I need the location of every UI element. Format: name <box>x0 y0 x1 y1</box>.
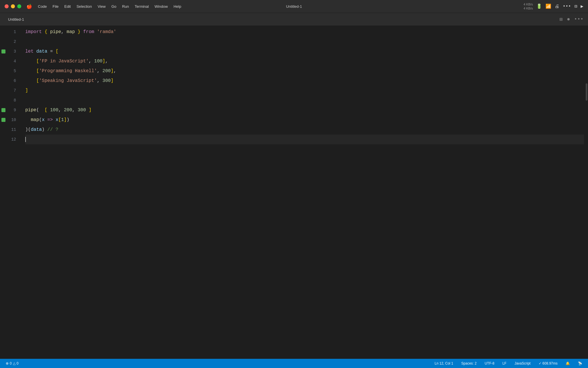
titlebar-left: 🍎 Code File Edit Selection View Go Run T… <box>5 3 198 10</box>
eol-text: LF <box>502 361 506 365</box>
error-count: 0 <box>10 361 12 365</box>
line-number-9: 9 <box>7 108 21 112</box>
airdrop-icon: 🖨 <box>555 4 559 9</box>
bell-icon: 🔔 <box>566 361 570 365</box>
code-line-5: ['Programming Haskell', 200], <box>25 66 584 76</box>
apple-menu[interactable]: 🍎 <box>24 3 34 10</box>
code-line-11: )(data) // ? <box>25 125 584 135</box>
menu-go[interactable]: Go <box>109 4 119 9</box>
line-number-8: 8 <box>7 98 21 103</box>
line-number-6: 6 <box>7 78 21 83</box>
line-number-4: 4 <box>7 59 21 64</box>
line-number-2: 2 <box>7 39 21 44</box>
spaces-text: Spaces: 2 <box>461 361 477 365</box>
breakpoint-area-3[interactable] <box>0 49 7 53</box>
menu-code[interactable]: Code <box>36 4 49 9</box>
code-line-1: import { pipe, map } from 'ramda' <box>25 27 584 37</box>
encoding-text: UTF-8 <box>485 361 494 365</box>
unsaved-indicator <box>567 18 570 20</box>
close-button[interactable] <box>5 4 9 8</box>
error-icon: ⊗ <box>6 361 9 365</box>
more-icon[interactable]: ••• <box>563 4 571 9</box>
line-number-1: 1 <box>7 30 21 34</box>
code-line-3: let data = [ <box>25 47 584 56</box>
broadcast-icon-symbol: 📡 <box>578 361 582 365</box>
menu-help[interactable]: Help <box>171 4 183 9</box>
menu-bar: 🍎 Code File Edit Selection View Go Run T… <box>24 3 198 10</box>
gutter-row-8: 8 <box>0 95 23 105</box>
line-number-10: 10 <box>7 118 21 122</box>
indentation-status[interactable]: Spaces: 2 <box>460 361 478 366</box>
gutter-row-1: 1 <box>0 27 23 37</box>
tab-bar: Untitled-1 ⊞ ••• <box>0 13 588 26</box>
keyword-from: from <box>83 29 94 34</box>
cursor-position[interactable]: Ln 12, Col 1 <box>434 361 454 366</box>
gutter-row-5: 5 <box>0 66 23 76</box>
code-line-9: pipe( [ 100, 200, 300 ] <box>25 105 584 115</box>
code-line-7: ] <box>25 86 584 95</box>
code-line-8 <box>25 95 584 105</box>
encoding-status[interactable]: UTF-8 <box>483 361 496 366</box>
titlebar: 🍎 Code File Edit Selection View Go Run T… <box>0 0 588 13</box>
code-editor[interactable]: import { pipe, map } from 'ramda' let da… <box>23 26 584 359</box>
line-gutter: 1 2 3 4 5 6 7 <box>0 26 23 359</box>
tab-actions: ⊞ ••• <box>560 16 583 22</box>
network-info: 4 KB/s 4 KB/s <box>524 2 533 11</box>
split-editor-icon[interactable]: ⊞ <box>560 16 563 22</box>
menu-selection[interactable]: Selection <box>74 4 94 9</box>
status-left: ⊗ 0 △ 0 <box>5 361 20 366</box>
editor-container: 1 2 3 4 5 6 7 <box>0 26 588 359</box>
gutter-row-7: 7 <box>0 86 23 95</box>
menu-edit[interactable]: Edit <box>62 4 73 9</box>
keyword-import: import <box>25 29 42 34</box>
code-line-12 <box>25 135 584 144</box>
editor-tab[interactable]: Untitled-1 <box>5 16 28 23</box>
maximize-button[interactable] <box>17 4 21 8</box>
menu-file[interactable]: File <box>50 4 61 9</box>
titlebar-right: 4 KB/s 4 KB/s 🔋 📶 🖨 ••• ⊟ ▶ <box>390 2 583 11</box>
menu-run[interactable]: Run <box>120 4 131 9</box>
tab-label: Untitled-1 <box>8 17 24 22</box>
language-text: JavaScript <box>514 361 531 365</box>
gutter-row-11: 11 <box>0 125 23 135</box>
breakpoint-9 <box>1 108 5 112</box>
more-actions-icon[interactable]: ••• <box>574 16 583 22</box>
timing-text: ✓ 608.97ms <box>539 361 558 365</box>
notification-icon[interactable]: ▶ <box>581 3 583 9</box>
control-center-icon[interactable]: ⊟ <box>575 3 577 9</box>
gutter-row-6: 6 <box>0 76 23 86</box>
gutter-row-4: 4 <box>0 56 23 66</box>
errors-status[interactable]: ⊗ 0 △ 0 <box>5 361 20 366</box>
line-number-5: 5 <box>7 69 21 73</box>
warning-count: 0 <box>17 361 19 365</box>
code-line-10: map(x => x[1]) <box>25 115 584 125</box>
window-title: Untitled-1 <box>198 4 390 9</box>
gutter-row-2: 2 <box>0 37 23 47</box>
timing-status[interactable]: ✓ 608.97ms <box>537 361 559 366</box>
breakpoint-3 <box>1 49 5 53</box>
language-status[interactable]: JavaScript <box>513 361 532 366</box>
line-number-3: 3 <box>7 49 21 54</box>
traffic-lights <box>5 4 21 8</box>
code-line-6: ['Speaking JavaScript', 300] <box>25 76 584 86</box>
position-text: Ln 12, Col 1 <box>435 361 453 365</box>
code-line-2 <box>25 37 584 47</box>
scrollbar-thumb[interactable] <box>586 83 587 101</box>
gutter-row-12: 12 <box>0 135 23 144</box>
wifi-icon: 📶 <box>546 3 551 9</box>
status-bar: ⊗ 0 △ 0 Ln 12, Col 1 Spaces: 2 UTF-8 LF … <box>0 359 588 368</box>
warning-icon: △ <box>13 361 16 365</box>
eol-status[interactable]: LF <box>501 361 508 366</box>
broadcast-icon[interactable]: 📡 <box>577 361 583 366</box>
menu-view[interactable]: View <box>95 4 108 9</box>
menu-window[interactable]: Window <box>152 4 170 9</box>
scrollbar-track[interactable] <box>584 26 588 359</box>
minimize-button[interactable] <box>11 4 15 8</box>
line-number-11: 11 <box>7 127 21 132</box>
notifications-icon[interactable]: 🔔 <box>564 361 571 366</box>
breakpoint-area-9[interactable] <box>0 108 7 112</box>
menu-terminal[interactable]: Terminal <box>132 4 151 9</box>
breakpoint-area-10[interactable] <box>0 118 7 122</box>
gutter-row-9: 9 <box>0 105 23 115</box>
status-right: Ln 12, Col 1 Spaces: 2 UTF-8 LF JavaScri… <box>434 361 583 366</box>
